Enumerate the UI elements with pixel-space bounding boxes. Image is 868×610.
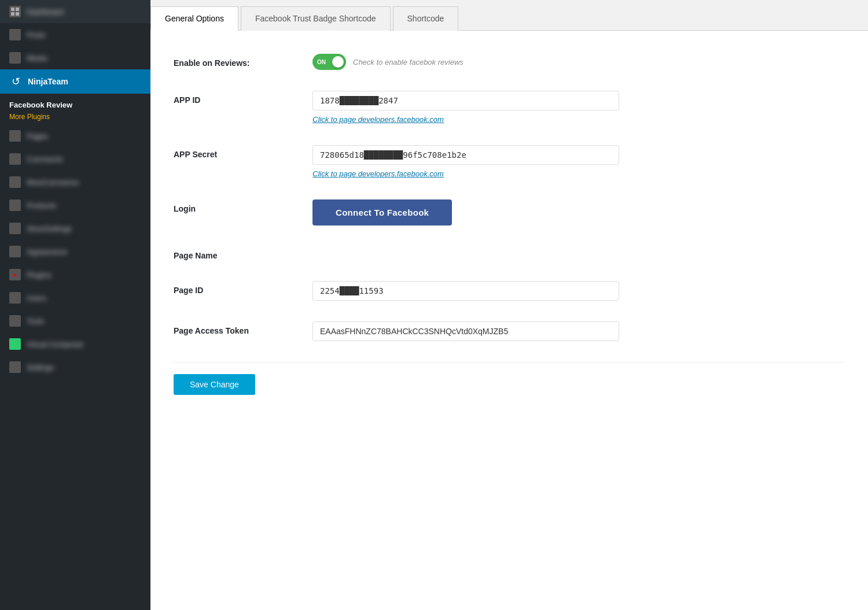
sidebar-facebook-section: Facebook Review More Plugins: [0, 94, 150, 124]
sidebar-item-pages-label: Pages: [27, 132, 48, 141]
page-id-row: Page ID: [174, 281, 845, 301]
page-name-row: Page Name: [174, 246, 845, 260]
sidebar-item-woocommerce[interactable]: WooCommerce: [0, 171, 150, 194]
app-secret-dev-link[interactable]: Click to page developers.facebook.com: [312, 169, 444, 178]
sidebar-active-label: NinjaTeam: [28, 77, 68, 86]
sidebar-item-settings[interactable]: Settings: [0, 356, 150, 379]
svg-rect-3: [16, 12, 19, 16]
sidebar-more-plugins-link[interactable]: More Plugins: [9, 112, 141, 122]
page-name-label: Page Name: [174, 246, 312, 260]
page-access-token-input[interactable]: [312, 321, 619, 341]
sidebar-item-plugins[interactable]: ● Plugins: [0, 263, 150, 286]
login-row: Login Connect To Facebook: [174, 199, 845, 225]
sidebar-facebook-review-label[interactable]: Facebook Review: [9, 98, 141, 112]
products-icon: [9, 199, 21, 211]
enable-reviews-row: Enable on Reviews: ON Check to enable fa…: [174, 54, 845, 70]
sidebar-item-tools-label: Tools: [27, 317, 44, 326]
sidebar-item-pages[interactable]: Pages: [0, 124, 150, 147]
svg-rect-1: [16, 8, 19, 11]
sidebar-item-users-label: Users: [27, 294, 46, 302]
svg-rect-2: [11, 12, 14, 16]
store-settings-icon: [9, 223, 21, 234]
tools-icon: [9, 315, 21, 327]
sidebar-item-visual-composer[interactable]: Visual Composer: [0, 332, 150, 356]
svg-rect-0: [11, 8, 14, 11]
users-icon: [9, 292, 21, 304]
enable-reviews-toggle[interactable]: ON: [312, 54, 346, 70]
sidebar-item-comments[interactable]: Comments: [0, 147, 150, 171]
appearance-icon: [9, 246, 21, 257]
sidebar-item-store-settings-label: StoreSettings: [27, 224, 72, 233]
pages-icon: [9, 130, 21, 142]
toggle-wrapper: ON Check to enable facebok reviews: [312, 54, 648, 70]
tab-shortcode[interactable]: Shortcode: [393, 6, 459, 31]
sidebar-item-settings-label: Settings: [27, 363, 54, 372]
sidebar-item-dashboard[interactable]: Dashboard: [0, 0, 150, 23]
app-secret-control: Click to page developers.facebook.com: [312, 145, 648, 179]
page-access-token-control: [312, 321, 648, 341]
page-access-token-label: Page Access Token: [174, 321, 312, 335]
dashboard-icon: [9, 6, 21, 17]
sidebar-item-users[interactable]: Users: [0, 286, 150, 309]
toggle-knob: [332, 56, 344, 68]
sidebar-item-tools[interactable]: Tools: [0, 309, 150, 332]
enable-reviews-control: ON Check to enable facebok reviews: [312, 54, 648, 70]
sidebar-active-plugin[interactable]: ↺ NinjaTeam: [0, 69, 150, 94]
login-label: Login: [174, 199, 312, 213]
toggle-description: Check to enable facebok reviews: [353, 58, 464, 66]
app-id-input[interactable]: [312, 91, 619, 110]
sidebar-item-store-settings[interactable]: StoreSettings: [0, 217, 150, 240]
page-access-token-row: Page Access Token: [174, 321, 845, 341]
sidebar-item-posts[interactable]: Posts: [0, 23, 150, 46]
enable-reviews-label: Enable on Reviews:: [174, 54, 312, 68]
sidebar-item-appearance-label: Appearance: [27, 247, 67, 256]
ninjateam-icon: ↺: [9, 75, 22, 88]
sidebar-item-comments-label: Comments: [27, 155, 63, 164]
sidebar-item-visual-composer-label: Visual Composer: [27, 340, 84, 349]
sidebar-item-media-label: Media: [27, 54, 47, 62]
sidebar-item-plugins-label: Plugins: [27, 271, 52, 279]
settings-icon: [9, 361, 21, 373]
app-id-control: Click to page developers.facebook.com: [312, 91, 648, 124]
sidebar-item-dashboard-label: Dashboard: [27, 8, 64, 16]
page-id-input[interactable]: [312, 281, 619, 301]
toggle-on-label: ON: [317, 59, 326, 65]
main-content: General Options Facebook Trust Badge Sho…: [150, 0, 868, 610]
app-id-row: APP ID Click to page developers.facebook…: [174, 91, 845, 124]
sidebar-item-products-label: Products: [27, 201, 56, 210]
content-area: Enable on Reviews: ON Check to enable fa…: [150, 31, 868, 610]
tab-bar: General Options Facebook Trust Badge Sho…: [150, 0, 868, 31]
sidebar-item-appearance[interactable]: Appearance: [0, 240, 150, 263]
plugins-icon: ●: [9, 269, 21, 280]
sidebar: Dashboard Posts Media ↺ NinjaTeam Facebo…: [0, 0, 150, 610]
save-change-button[interactable]: Save Change: [174, 374, 255, 395]
sidebar-item-products[interactable]: Products: [0, 194, 150, 217]
app-secret-input[interactable]: [312, 145, 619, 165]
tab-facebook-trust-badge[interactable]: Facebook Trust Badge Shortcode: [241, 6, 391, 31]
sidebar-item-woocommerce-label: WooCommerce: [27, 178, 79, 187]
login-control: Connect To Facebook: [312, 199, 648, 225]
app-secret-row: APP Secret Click to page developers.face…: [174, 145, 845, 179]
page-id-label: Page ID: [174, 281, 312, 295]
posts-icon: [9, 29, 21, 40]
connect-facebook-button[interactable]: Connect To Facebook: [312, 199, 452, 225]
sidebar-item-media[interactable]: Media: [0, 46, 150, 69]
app-id-label: APP ID: [174, 91, 312, 105]
app-id-dev-link[interactable]: Click to page developers.facebook.com: [312, 115, 444, 124]
tab-general-options[interactable]: General Options: [150, 6, 238, 31]
visual-composer-icon: [9, 338, 21, 350]
sidebar-item-posts-label: Posts: [27, 31, 46, 39]
media-icon: [9, 52, 21, 64]
footer-row: Save Change: [174, 362, 845, 395]
comments-icon: [9, 153, 21, 165]
app-secret-label: APP Secret: [174, 145, 312, 159]
page-id-control: [312, 281, 648, 301]
woocommerce-icon: [9, 176, 21, 188]
